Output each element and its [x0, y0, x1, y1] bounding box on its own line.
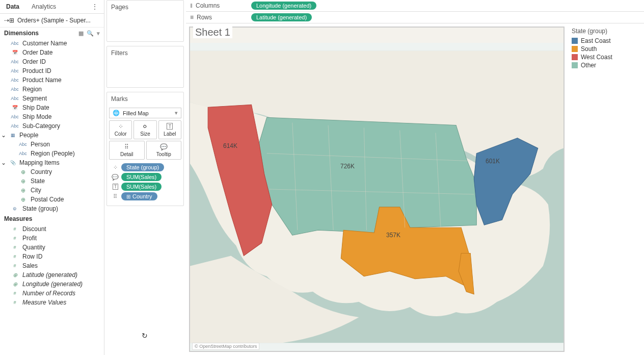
legend-item-west-coast[interactable]: West Coast [572, 53, 640, 61]
legend-swatch [572, 62, 578, 68]
columns-shelf[interactable]: ⦀Columns Longitude (generated) [186, 0, 644, 12]
field-number-of-records[interactable]: #Number of Records [0, 289, 104, 298]
columns-pill[interactable]: Longitude (generated) [251, 2, 316, 10]
field-discount[interactable]: #Discount [0, 224, 104, 234]
mark-btn-size[interactable]: ⭘Size [133, 120, 156, 139]
view-area: ⦀Columns Longitude (generated) ≡Rows Lat… [186, 0, 644, 355]
field-latitude-generated-[interactable]: ⊕Latitude (generated) [0, 270, 104, 280]
mark-btn-tooltip[interactable]: 💬Tooltip [146, 141, 182, 160]
field-profit[interactable]: #Profit [0, 234, 104, 243]
folder-icon: ▦ [8, 133, 17, 138]
pages-card[interactable]: Pages [106, 0, 184, 42]
view-fields-icon[interactable]: ▦ [78, 30, 84, 37]
group-icon: ⊚ [10, 206, 19, 211]
region-other [259, 117, 477, 235]
rows-pill[interactable]: Latitude (generated) [251, 13, 312, 21]
legend-swatch [572, 38, 578, 44]
datasource-row[interactable]: ⇢⊞ Orders+ (Sample - Super... [0, 14, 104, 28]
tooltip-icon: 💬 [160, 143, 168, 150]
fields-menu-icon[interactable]: ▾ [97, 30, 100, 37]
mark-pill-country[interactable]: ⊞Country [121, 192, 157, 200]
data-panel: Data Analytics⋮ ⇢⊞ Orders+ (Sample - Sup… [0, 0, 104, 355]
field-longitude-generated-[interactable]: ⊕Longitude (generated) [0, 280, 104, 289]
size-icon: ⭘ [142, 123, 148, 130]
tab-menu-icon[interactable]: ⋮ [92, 3, 98, 10]
field-city[interactable]: ⊕City [0, 186, 104, 195]
filled-map-icon: 🌐 [113, 110, 120, 116]
tab-data[interactable]: Data [0, 0, 25, 13]
mark-type-dropdown[interactable]: 🌐 Filled Map ▾ [109, 108, 181, 118]
tooltip-icon: 💬 [111, 174, 119, 181]
legend-item-south[interactable]: South [572, 45, 640, 53]
detail-icon: ⠿ [124, 143, 129, 150]
chevron-down-icon: ▾ [175, 110, 178, 116]
datasource-icon: ⇢⊞ [4, 17, 14, 24]
marks-card: Marks 🌐 Filled Map ▾ ⁘Color⭘Size🅃Label ⠿… [106, 92, 184, 206]
datasource-label: Orders+ (Sample - Super... [17, 17, 91, 24]
collapse-icon: ⌄ [1, 159, 6, 166]
label-east-coast: 601K [486, 158, 500, 165]
field-sales[interactable]: #Sales [0, 261, 104, 270]
mark-btn-label[interactable]: 🅃Label [158, 120, 181, 139]
mark-btn-detail[interactable]: ⠿Detail [109, 141, 145, 160]
mark-pill-state-group-[interactable]: State (group) [121, 163, 164, 171]
field-person[interactable]: AbcPerson [0, 140, 104, 149]
label-other: 726K [340, 163, 355, 170]
mark-btn-color[interactable]: ⁘Color [109, 120, 132, 139]
legend-item-east-coast[interactable]: East Coast [572, 37, 640, 45]
rows-shelf[interactable]: ≡Rows Latitude (generated) [186, 12, 644, 23]
folder-people[interactable]: ⌄ ▦ People [0, 131, 104, 140]
sheet-title[interactable]: Sheet 1 [193, 27, 232, 38]
label-south: 357K [386, 232, 400, 239]
rows-icon: ≡ [190, 14, 194, 21]
shelves-panel: Pages Filters Marks 🌐 Filled Map ▾ ⁘Colo… [104, 0, 186, 355]
field-state-group[interactable]: ⊚ State (group) [0, 204, 104, 213]
legend-title: State (group) [572, 28, 640, 35]
label-icon: 🅃 [111, 184, 119, 190]
field-region-people-[interactable]: AbcRegion (People) [0, 149, 104, 158]
color-icon: ⁘ [111, 164, 119, 171]
cursor-icon: ↻ [142, 332, 148, 340]
field-customer-name[interactable]: AbcCustomer Name [0, 39, 104, 48]
detail-icon: ⠿ [111, 193, 119, 200]
collapse-icon: ⌄ [1, 132, 6, 139]
label-west-coast: 614K [223, 142, 237, 149]
field-segment[interactable]: AbcSegment [0, 94, 104, 103]
columns-icon: ⦀ [190, 2, 193, 9]
clip-icon: 📎 [8, 160, 17, 165]
measures-header: Measures [4, 215, 32, 222]
legend-item-other[interactable]: Other [572, 61, 640, 69]
field-order-date[interactable]: 📅Order Date [0, 48, 104, 57]
field-ship-date[interactable]: 📅Ship Date [0, 103, 104, 112]
legend-swatch [572, 54, 578, 60]
field-quantity[interactable]: #Quantity [0, 243, 104, 252]
dimensions-header: Dimensions [4, 30, 39, 37]
filters-card[interactable]: Filters [106, 46, 184, 88]
map-attribution: © OpenStreetMap contributors [192, 343, 259, 350]
color-legend[interactable]: State (group) East CoastSouthWest CoastO… [568, 23, 644, 355]
field-ship-mode[interactable]: AbcShip Mode [0, 112, 104, 121]
field-order-id[interactable]: AbcOrder ID [0, 57, 104, 66]
field-measure-values[interactable]: #Measure Values [0, 298, 104, 307]
field-product-name[interactable]: AbcProduct Name [0, 75, 104, 85]
mark-pill-sum-sales-[interactable]: SUM(Sales) [121, 173, 162, 181]
field-country[interactable]: ⊕Country [0, 167, 104, 176]
field-postal-code[interactable]: ⊕Postal Code [0, 195, 104, 204]
search-fields-icon[interactable]: 🔍 [87, 30, 94, 37]
map-viz[interactable]: Sheet 1 [189, 27, 565, 352]
folder-mapping[interactable]: ⌄ 📎 Mapping Items [0, 158, 104, 167]
legend-swatch [572, 46, 578, 52]
field-row-id[interactable]: #Row ID [0, 252, 104, 261]
field-product-id[interactable]: AbcProduct ID [0, 66, 104, 75]
field-region[interactable]: AbcRegion [0, 85, 104, 94]
dimensions-list: AbcCustomer Name📅Order DateAbcOrder IDAb… [0, 39, 104, 131]
tab-analytics[interactable]: Analytics⋮ [25, 0, 104, 13]
field-state[interactable]: ⊕State [0, 176, 104, 186]
field-sub-category[interactable]: AbcSub-Category [0, 121, 104, 131]
label-icon: 🅃 [167, 123, 173, 130]
color-icon: ⁘ [118, 123, 123, 130]
mark-pill-sum-sales-[interactable]: SUM(Sales) [121, 183, 162, 191]
map-svg [190, 43, 564, 351]
